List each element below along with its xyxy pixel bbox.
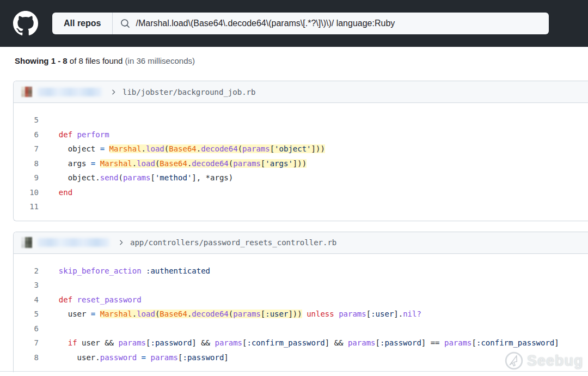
chevron-right-icon [109,88,117,96]
results-summary-total: of 8 files found [68,56,125,65]
chevron-right-icon [117,239,125,246]
code-line: 4 def reset_password [14,293,588,307]
code-line: 5 user = Marshal.load(Base64.decode64(pa… [14,307,588,322]
line-number: 2 [14,264,39,278]
github-logo[interactable] [13,11,38,36]
repo-name-blurred[interactable] [38,238,109,247]
line-number: 5 [14,307,39,322]
code-line: 11 [14,199,588,214]
code-text: object.send(params['method'], *args) [50,171,233,185]
code-block: 56 def perform7 object = Marshal.load(Ba… [14,103,588,221]
code-line: 7 object = Marshal.load(Base64.decode64(… [14,142,588,156]
result-card: app/controllers/password_resets_controll… [13,232,588,373]
code-line: 9 object.send(params['method'], *args) [14,171,588,185]
code-line: 8 user.password = params[:password] [14,350,588,365]
line-number: 6 [14,128,39,142]
code-line: 6 def perform [14,128,588,142]
line-number: 8 [14,350,39,365]
searchbar-divider [112,13,113,34]
results-summary: Showing 1 - 8 of 8 files found (in 36 mi… [15,56,588,66]
code-text: user = Marshal.load(Base64.decode64(para… [50,307,421,322]
repo-avatar[interactable] [21,87,32,98]
code-text: user.password = params[:password] [50,350,229,365]
line-number: 7 [14,142,39,156]
line-number: 3 [14,278,39,293]
code-line: 3 [14,278,588,293]
line-number: 11 [14,199,39,214]
line-number: 10 [14,185,39,200]
github-header: All repos [0,0,588,47]
code-line: 5 [14,113,588,128]
code-text: if user && params[:password] && params[:… [50,336,559,350]
code-line: 7 if user && params[:password] && params… [14,336,588,350]
file-path[interactable]: app/controllers/password_resets_controll… [130,238,336,247]
line-number: 9 [14,171,39,185]
search-input[interactable] [136,19,549,28]
code-text: def perform [50,128,109,142]
code-text: object = Marshal.load(Base64.decode64(pa… [50,142,325,156]
repo-avatar[interactable] [21,237,32,248]
result-card: lib/jobster/background_job.rb56 def perf… [13,81,588,221]
results-summary-range: Showing 1 - 8 [15,56,68,65]
code-line: 10 end [14,185,588,200]
code-line: 2 skip_before_action :authenticated [14,264,588,278]
line-number: 7 [14,336,39,350]
code-text: def reset_password [50,293,142,307]
search-bar: All repos [52,13,549,34]
line-number: 4 [14,293,39,307]
code-text: skip_before_action :authenticated [50,264,210,278]
section-divider [0,371,588,372]
results-summary-timing: (in 36 milliseconds) [125,56,195,65]
line-number: 8 [14,156,39,171]
result-header: lib/jobster/background_job.rb [14,81,588,103]
file-path[interactable]: lib/jobster/background_job.rb [122,88,255,96]
code-line: 6 [14,322,588,336]
code-block: 2 skip_before_action :authenticated34 de… [14,254,588,373]
code-line: 8 args = Marshal.load(Base64.decode64(pa… [14,156,588,171]
results-list: lib/jobster/background_job.rb56 def perf… [0,81,588,372]
line-number: 5 [14,113,39,128]
result-header: app/controllers/password_resets_controll… [14,232,588,254]
repo-name-blurred[interactable] [38,88,102,96]
search-scope-button[interactable]: All repos [52,13,112,34]
code-text: args = Marshal.load(Base64.decode64(para… [50,156,307,171]
line-number: 6 [14,322,39,336]
code-text: end [50,185,72,200]
search-icon [120,19,130,28]
